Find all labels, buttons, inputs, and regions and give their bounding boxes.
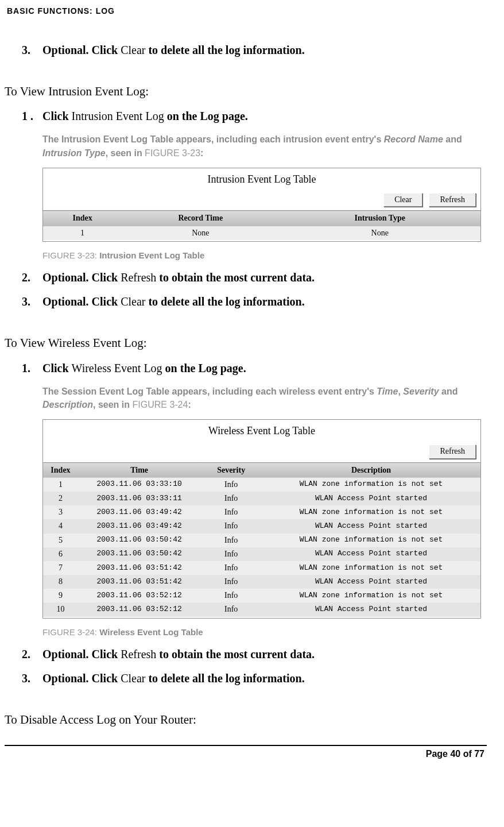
table-cell: 3: [43, 505, 78, 519]
table-cell: Info: [200, 575, 262, 589]
section-heading-wireless: To View Wireless Event Log:: [5, 335, 487, 351]
figure-wireless-table: Wireless Event Log Table Refresh Index T…: [42, 419, 481, 619]
table-cell: Info: [200, 561, 262, 575]
step-text-bold: Click: [42, 362, 72, 374]
table-row: 22003.11.06 03:33:11InfoWLAN Access Poin…: [43, 492, 480, 505]
table-row: 92003.11.06 03:52:12InfoWLAN zone inform…: [43, 589, 480, 602]
table-cell: WLAN Access Point started: [262, 575, 480, 589]
table-cell: Info: [200, 505, 262, 519]
step-text-mid: Wireless Event Log: [72, 362, 162, 374]
table-cell: 2003.11.06 03:50:42: [78, 547, 200, 561]
table-cell: 2003.11.06 03:33:10: [78, 478, 200, 492]
table-cell: 2003.11.06 03:49:42: [78, 519, 200, 533]
table-cell: WLAN zone information is not set: [262, 534, 480, 547]
step-a2: 2. Optional. Click Refresh to obtain the…: [22, 270, 487, 285]
refresh-button[interactable]: Refresh: [429, 193, 476, 207]
table-cell: 2003.11.06 03:52:12: [78, 589, 200, 602]
table-cell: Info: [200, 534, 262, 547]
table-cell: 1: [43, 226, 122, 240]
step-number: 3.: [22, 671, 42, 686]
wireless-table: Index Time Severity Description 12003.11…: [43, 462, 480, 617]
col-record-time: Record Time: [122, 211, 279, 226]
table-cell: 2003.11.06 03:52:12: [78, 602, 200, 616]
step-text-mid: Intrusion Event Log: [72, 110, 164, 122]
step-text-bold2: to delete all the log information.: [145, 44, 304, 56]
col-intrusion: Intrusion Type: [279, 211, 480, 226]
table-row: 72003.11.06 03:51:42InfoWLAN zone inform…: [43, 561, 480, 575]
col-index: Index: [43, 211, 122, 226]
step-text-bold2: on the Log page.: [164, 110, 248, 122]
table-cell: None: [122, 226, 279, 240]
table-row: 102003.11.06 03:52:12InfoWLAN Access Poi…: [43, 602, 480, 616]
footer-rule: [5, 745, 487, 746]
table-cell: WLAN zone information is not set: [262, 478, 480, 492]
step-text-bold: Click: [42, 110, 72, 122]
intrusion-table: Index Record Time Intrusion Type 1NoneNo…: [43, 210, 480, 239]
step-a1: 1 . Click Intrusion Event Log on the Log…: [22, 109, 487, 123]
table-cell: WLAN Access Point started: [262, 519, 480, 533]
table-cell: Info: [200, 589, 262, 602]
table-cell: WLAN zone information is not set: [262, 561, 480, 575]
figure-caption-b: FIGURE 3-24: Wireless Event Log Table: [42, 627, 481, 638]
step-text-bold2: to obtain the most current data.: [156, 271, 315, 284]
col-severity: Severity: [200, 462, 262, 478]
table-cell: 2: [43, 492, 78, 505]
step-text-bold: Optional. Click: [42, 648, 121, 660]
step-number: 2.: [22, 270, 42, 285]
step-text-bold: Optional. Click: [42, 271, 121, 284]
step-number: 3.: [22, 42, 42, 57]
step-text-mid: Refresh: [121, 648, 156, 660]
table-cell: WLAN Access Point started: [262, 602, 480, 616]
step-text-mid: Clear: [121, 44, 145, 56]
step-text-bold2: on the Log page.: [162, 362, 246, 374]
step-number: 2.: [22, 647, 42, 662]
gray-note-b: The Session Event Log Table appears, inc…: [42, 385, 481, 411]
step-b1: 1. Click Wireless Event Log on the Log p…: [22, 361, 487, 376]
table-row: 52003.11.06 03:50:42InfoWLAN zone inform…: [43, 534, 480, 547]
table-row: 32003.11.06 03:49:42InfoWLAN zone inform…: [43, 505, 480, 519]
table-cell: Info: [200, 547, 262, 561]
step-b2: 2. Optional. Click Refresh to obtain the…: [22, 647, 487, 662]
step-text-mid: Clear: [121, 672, 145, 685]
table-cell: 4: [43, 519, 78, 533]
table-cell: 2003.11.06 03:49:42: [78, 505, 200, 519]
page-footer: Page 40 of 77: [5, 748, 487, 760]
step-a3: 3. Optional. Click Clear to delete all t…: [22, 294, 487, 309]
step-top-3: 3. Optional. Click Clear to delete all t…: [22, 42, 487, 57]
clear-button[interactable]: Clear: [383, 193, 422, 207]
table-cell: 7: [43, 561, 78, 575]
table-cell: WLAN zone information is not set: [262, 505, 480, 519]
step-text-bold2: to delete all the log information.: [145, 295, 304, 308]
table-row: 82003.11.06 03:51:42InfoWLAN Access Poin…: [43, 575, 480, 589]
step-text-bold: Optional. Click: [42, 44, 121, 56]
table-cell: WLAN Access Point started: [262, 492, 480, 505]
table-cell: 2003.11.06 03:51:42: [78, 575, 200, 589]
step-text-mid: Clear: [121, 295, 145, 308]
table-row: 12003.11.06 03:33:10InfoWLAN zone inform…: [43, 478, 480, 492]
figure-title: Wireless Event Log Table: [43, 420, 480, 441]
figure-intrusion-table: Intrusion Event Log Table Clear Refresh …: [42, 168, 481, 242]
table-cell: 6: [43, 547, 78, 561]
running-head: BASIC FUNCTIONS: LOG: [5, 6, 487, 33]
figure-caption-a: FIGURE 3-23: Intrusion Event Log Table: [42, 250, 481, 261]
section-heading-intrusion: To View Intrusion Event Log:: [5, 84, 487, 99]
step-b3: 3. Optional. Click Clear to delete all t…: [22, 671, 487, 686]
section-heading-disable: To Disable Access Log on Your Router:: [5, 712, 487, 728]
step-number: 3.: [22, 294, 42, 309]
table-cell: Info: [200, 478, 262, 492]
step-text-bold: Optional. Click: [42, 672, 121, 685]
step-number: 1 .: [22, 109, 42, 123]
col-time: Time: [78, 462, 200, 478]
table-cell: WLAN zone information is not set: [262, 589, 480, 602]
gray-note-a: The Intrusion Event Log Table appears, i…: [42, 133, 481, 159]
step-text-bold: Optional. Click: [42, 295, 121, 308]
step-number: 1.: [22, 361, 42, 376]
refresh-button[interactable]: Refresh: [429, 445, 476, 458]
table-cell: WLAN Access Point started: [262, 547, 480, 561]
table-row: 42003.11.06 03:49:42InfoWLAN Access Poin…: [43, 519, 480, 533]
table-cell: None: [279, 226, 480, 240]
table-cell: 5: [43, 534, 78, 547]
step-text-bold2: to delete all the log information.: [145, 672, 304, 685]
col-index: Index: [43, 462, 78, 478]
table-cell: 2003.11.06 03:33:11: [78, 492, 200, 505]
